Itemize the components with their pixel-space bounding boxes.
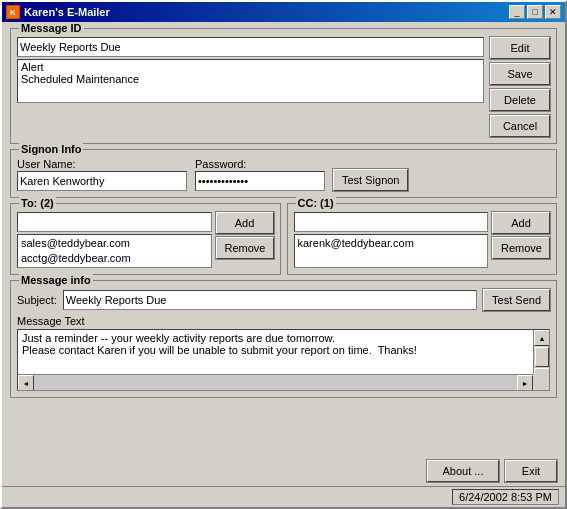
app-icon: K — [6, 5, 20, 19]
signon-label: Signon Info — [19, 143, 83, 155]
message-id-input[interactable] — [17, 37, 484, 57]
list-item[interactable]: Alert — [21, 61, 480, 73]
cc-list[interactable]: karenk@teddybear.com — [294, 234, 489, 268]
scroll-left-arrow[interactable]: ◄ — [18, 375, 34, 391]
main-window: K Karen's E-Mailer _ □ ✕ Message ID Aler… — [0, 0, 567, 509]
scrollbar-corner — [533, 374, 549, 390]
cc-input[interactable] — [294, 212, 489, 232]
username-label: User Name: — [17, 158, 187, 170]
username-input[interactable] — [17, 171, 187, 191]
cc-left: karenk@teddybear.com — [294, 212, 489, 268]
to-add-button[interactable]: Add — [216, 212, 274, 234]
message-info-group: Message info Subject: Test Send Message … — [10, 280, 557, 398]
to-group: To: (2) sales@teddybear.com acctg@teddyb… — [10, 203, 281, 275]
status-bar: 6/24/2002 8:53 PM — [2, 486, 565, 507]
title-bar: K Karen's E-Mailer _ □ ✕ — [2, 2, 565, 22]
to-buttons: Add Remove — [216, 212, 274, 259]
password-group: Password: — [195, 158, 325, 191]
about-button[interactable]: About ... — [427, 460, 499, 482]
cc-group: CC: (1) karenk@teddybear.com Add Remove — [287, 203, 558, 275]
message-textarea-wrapper: Just a reminder -- your weekly activity … — [17, 329, 550, 391]
message-id-group: Message ID Alert Scheduled Maintenance E… — [10, 28, 557, 144]
minimize-button[interactable]: _ — [509, 5, 525, 19]
subject-input[interactable] — [63, 290, 477, 310]
list-item[interactable]: acctg@teddybear.com — [21, 251, 208, 266]
cancel-button[interactable]: Cancel — [490, 115, 550, 137]
title-buttons: _ □ ✕ — [509, 5, 561, 19]
vertical-scrollbar[interactable]: ▲ ▼ — [533, 330, 549, 374]
test-signon-button[interactable]: Test Signon — [333, 169, 408, 191]
to-input[interactable] — [17, 212, 212, 232]
scroll-thumb-v[interactable] — [535, 347, 549, 367]
username-group: User Name: — [17, 158, 187, 191]
main-content: Message ID Alert Scheduled Maintenance E… — [2, 22, 565, 456]
test-send-button[interactable]: Test Send — [483, 289, 550, 311]
signon-group: Signon Info User Name: Password: Test Si… — [10, 149, 557, 198]
title-text: Karen's E-Mailer — [24, 6, 110, 18]
scroll-track-v[interactable] — [534, 346, 549, 368]
message-id-label: Message ID — [19, 22, 84, 34]
cc-buttons: Add Remove — [492, 212, 550, 259]
scroll-track-h[interactable] — [34, 375, 517, 390]
cc-label: CC: (1) — [296, 197, 336, 209]
save-button[interactable]: Save — [490, 63, 550, 85]
close-button[interactable]: ✕ — [545, 5, 561, 19]
title-bar-left: K Karen's E-Mailer — [6, 5, 110, 19]
edit-button[interactable]: Edit — [490, 37, 550, 59]
password-label: Password: — [195, 158, 325, 170]
to-cc-row: To: (2) sales@teddybear.com acctg@teddyb… — [10, 203, 557, 275]
scroll-right-arrow[interactable]: ► — [517, 375, 533, 391]
datetime-display: 6/24/2002 8:53 PM — [452, 489, 559, 505]
cc-add-button[interactable]: Add — [492, 212, 550, 234]
message-id-left: Alert Scheduled Maintenance — [17, 37, 484, 137]
list-item[interactable]: Scheduled Maintenance — [21, 73, 480, 85]
message-textarea[interactable]: Just a reminder -- your weekly activity … — [18, 330, 533, 374]
to-left: sales@teddybear.com acctg@teddybear.com — [17, 212, 212, 268]
to-label: To: (2) — [19, 197, 56, 209]
message-info-label: Message info — [19, 274, 93, 286]
exit-button[interactable]: Exit — [505, 460, 557, 482]
message-id-buttons: Edit Save Delete Cancel — [490, 37, 550, 137]
maximize-button[interactable]: □ — [527, 5, 543, 19]
bottom-bar: About ... Exit — [2, 456, 565, 486]
cc-remove-button[interactable]: Remove — [492, 237, 550, 259]
to-remove-button[interactable]: Remove — [216, 237, 274, 259]
horizontal-scrollbar[interactable]: ◄ ► — [18, 374, 533, 390]
password-input[interactable] — [195, 171, 325, 191]
to-list[interactable]: sales@teddybear.com acctg@teddybear.com — [17, 234, 212, 268]
message-id-list[interactable]: Alert Scheduled Maintenance — [17, 59, 484, 103]
subject-label: Subject: — [17, 294, 57, 306]
list-item[interactable]: sales@teddybear.com — [21, 236, 208, 251]
delete-button[interactable]: Delete — [490, 89, 550, 111]
scroll-up-arrow[interactable]: ▲ — [534, 330, 550, 346]
message-text-label: Message Text — [17, 315, 550, 327]
list-item[interactable]: karenk@teddybear.com — [298, 236, 485, 251]
